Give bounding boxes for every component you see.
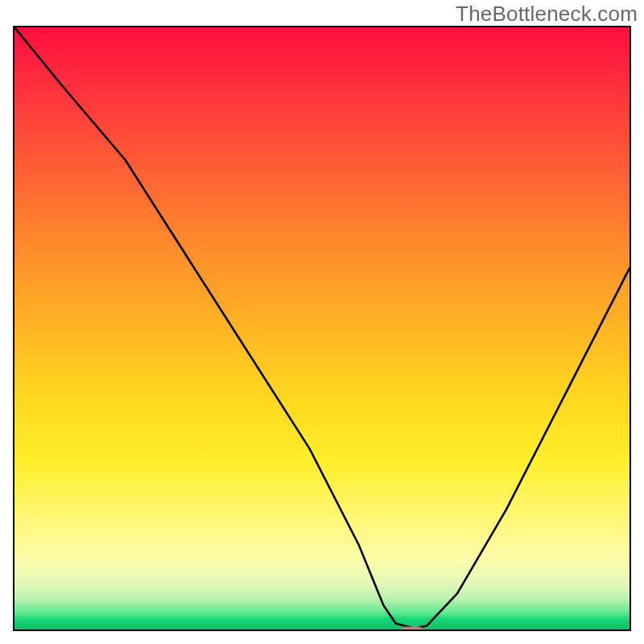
bottleneck-curve	[14, 27, 630, 629]
chart-stage: TheBottleneck.com	[0, 0, 644, 644]
watermark-text: TheBottleneck.com	[456, 2, 638, 27]
plot-area	[13, 26, 631, 631]
optimal-point-marker	[401, 626, 423, 631]
curve-layer	[14, 27, 630, 630]
